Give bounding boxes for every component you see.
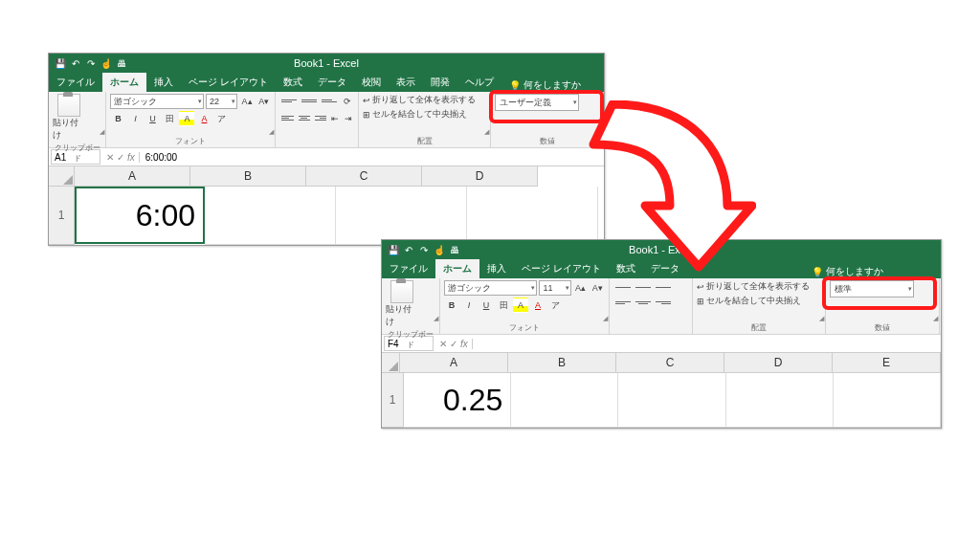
border-button[interactable]: 田 <box>496 298 511 313</box>
tab-help[interactable]: ヘルプ <box>457 73 501 92</box>
align-right-button[interactable] <box>313 111 328 124</box>
row-head-1[interactable]: 1 <box>49 187 75 245</box>
col-head-d[interactable]: D <box>422 166 538 187</box>
enter-icon[interactable]: ✓ <box>117 152 124 163</box>
align-right-button[interactable] <box>654 296 673 309</box>
cell-d1[interactable] <box>467 187 598 245</box>
formula-input[interactable]: 6:00:00 <box>140 152 604 163</box>
tab-file[interactable]: ファイル <box>49 73 102 92</box>
undo-icon[interactable]: ↶ <box>403 244 414 255</box>
undo-icon[interactable]: ↶ <box>70 57 81 69</box>
grow-font-icon[interactable]: A▴ <box>573 280 589 296</box>
tab-layout[interactable]: ページ レイアウト <box>514 259 609 278</box>
tab-formulas[interactable]: 数式 <box>609 259 643 278</box>
col-head-e[interactable]: E <box>833 353 941 373</box>
align-bottom-button[interactable] <box>654 280 673 294</box>
col-head-c[interactable]: C <box>616 353 724 373</box>
alignment-launcher-icon[interactable]: ◢ <box>484 128 489 136</box>
align-left-button[interactable] <box>279 111 295 124</box>
align-middle-button[interactable] <box>634 280 653 294</box>
number-launcher-icon[interactable]: ◢ <box>597 128 602 136</box>
font-launcher-icon[interactable]: ◢ <box>603 315 608 322</box>
print-icon[interactable]: 🖶 <box>116 57 127 69</box>
fx-icon[interactable]: fx <box>127 152 135 163</box>
font-launcher-icon[interactable]: ◢ <box>269 128 274 136</box>
cell-c1[interactable] <box>336 187 467 245</box>
phonetic-button[interactable]: ア <box>213 111 229 126</box>
align-middle-button[interactable] <box>300 94 319 107</box>
number-format-combo[interactable]: ユーザー定義▾ <box>495 94 579 111</box>
save-icon[interactable]: 💾 <box>388 244 399 255</box>
tab-file[interactable]: ファイル <box>382 259 435 278</box>
italic-button[interactable]: I <box>461 298 477 313</box>
align-bottom-button[interactable] <box>320 94 339 107</box>
touch-icon[interactable]: ☝ <box>434 244 445 255</box>
border-button[interactable]: 田 <box>162 111 177 126</box>
cell-d1[interactable] <box>726 373 834 428</box>
tab-formulas[interactable]: 数式 <box>276 73 310 92</box>
cancel-icon[interactable]: ✕ <box>106 152 114 163</box>
underline-button[interactable]: U <box>479 298 494 313</box>
bold-button[interactable]: B <box>110 111 125 126</box>
fill-color-button[interactable]: A <box>513 298 528 313</box>
underline-button[interactable]: U <box>145 111 160 126</box>
font-size-combo[interactable]: 22▾ <box>206 94 237 109</box>
row-head-1[interactable]: 1 <box>382 373 404 428</box>
number-launcher-icon[interactable]: ◢ <box>933 315 938 322</box>
tab-data[interactable]: データ <box>643 259 687 278</box>
alignment-launcher-icon[interactable]: ◢ <box>819 315 824 322</box>
paste-button[interactable]: 貼り付け <box>386 280 418 328</box>
font-name-combo[interactable]: 游ゴシック▾ <box>444 280 537 296</box>
select-all-corner[interactable] <box>49 166 75 187</box>
cancel-icon[interactable]: ✕ <box>439 339 447 349</box>
paste-button[interactable]: 貼り付け <box>53 94 85 142</box>
cell-c1[interactable] <box>618 373 725 428</box>
indent-dec-button[interactable]: ⇤ <box>329 111 342 126</box>
bold-button[interactable]: B <box>444 298 459 313</box>
clipboard-launcher-icon[interactable]: ◢ <box>434 315 438 322</box>
col-head-a[interactable]: A <box>400 353 508 373</box>
font-size-combo[interactable]: 11▾ <box>539 280 570 296</box>
tab-review[interactable]: 校閲 <box>354 73 389 92</box>
col-head-a[interactable]: A <box>75 166 190 187</box>
phonetic-button[interactable]: ア <box>547 298 563 313</box>
tab-data[interactable]: データ <box>310 73 354 92</box>
cell-a1[interactable]: 0.25 <box>404 373 511 428</box>
align-top-button[interactable] <box>279 94 299 107</box>
font-color-button[interactable]: A <box>196 111 212 126</box>
tab-insert[interactable]: 挿入 <box>479 259 514 278</box>
grow-font-icon[interactable]: A▴ <box>239 94 255 109</box>
touch-icon[interactable]: ☝ <box>100 57 112 69</box>
align-center-button[interactable] <box>297 111 312 124</box>
number-format-combo[interactable]: 標準▾ <box>830 280 914 298</box>
indent-inc-button[interactable]: ⇥ <box>343 111 355 126</box>
enter-icon[interactable]: ✓ <box>450 339 457 349</box>
font-name-combo[interactable]: 游ゴシック▾ <box>110 94 203 109</box>
wrap-text-button[interactable]: ↩折り返して全体を表示する <box>363 94 486 106</box>
tab-home[interactable]: ホーム <box>102 73 146 92</box>
italic-button[interactable]: I <box>127 111 143 126</box>
wrap-text-button[interactable]: ↩折り返して全体を表示する <box>697 280 821 293</box>
col-head-c[interactable]: C <box>306 166 422 187</box>
align-center-button[interactable] <box>634 296 653 309</box>
redo-icon[interactable]: ↷ <box>85 57 97 69</box>
redo-icon[interactable]: ↷ <box>418 244 430 255</box>
cell-b1[interactable] <box>205 187 336 245</box>
save-icon[interactable]: 💾 <box>55 57 66 69</box>
cell-a1[interactable]: 6:00 <box>75 187 205 244</box>
col-head-b[interactable]: B <box>190 166 306 187</box>
tell-me[interactable]: 💡何をしますか <box>812 265 883 278</box>
tab-view[interactable]: 表示 <box>389 73 423 92</box>
merge-center-button[interactable]: ⊞セルを結合して中央揃え <box>697 295 821 307</box>
tab-home[interactable]: ホーム <box>435 259 479 278</box>
shrink-font-icon[interactable]: A▾ <box>590 280 605 296</box>
fill-color-button[interactable]: A <box>179 111 194 126</box>
align-left-button[interactable] <box>613 296 633 309</box>
col-head-b[interactable]: B <box>508 353 616 373</box>
merge-center-button[interactable]: ⊞セルを結合して中央揃え <box>363 108 486 121</box>
cell-b1[interactable] <box>511 373 618 428</box>
align-top-button[interactable] <box>613 280 633 294</box>
print-icon[interactable]: 🖶 <box>449 244 460 255</box>
col-head-d[interactable]: D <box>724 353 833 373</box>
tab-dev[interactable]: 開発 <box>423 73 457 92</box>
